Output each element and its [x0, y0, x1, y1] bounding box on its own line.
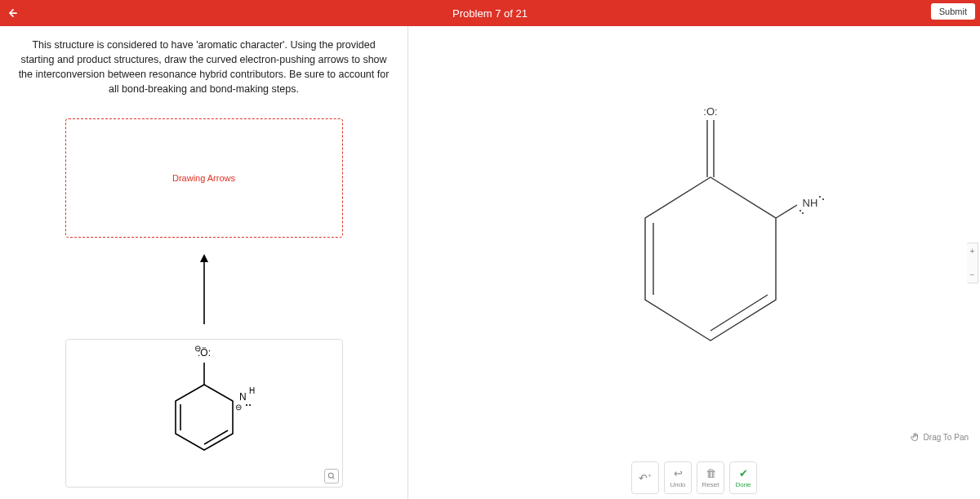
hand-icon	[911, 432, 920, 442]
svg-point-20	[822, 198, 824, 200]
svg-point-18	[802, 212, 804, 214]
trash-icon: 🗑	[706, 467, 716, 479]
question-text: This structure is considered to have 'ar…	[16, 38, 391, 97]
nh-label-right: NH	[803, 197, 818, 209]
svg-point-17	[800, 210, 801, 212]
h-label: H	[249, 386, 255, 395]
done-button[interactable]: ✔ Done	[729, 461, 757, 494]
submit-button[interactable]: Submit	[931, 3, 975, 20]
product-structure-card[interactable]: :Ö: ⊖ N H ⊖	[65, 339, 343, 488]
drawing-arrows-dropzone[interactable]: Drawing Arrows	[65, 118, 343, 238]
zoom-out-button[interactable]: −	[970, 270, 975, 279]
svg-marker-1	[200, 254, 208, 262]
svg-line-13	[710, 295, 768, 331]
drawing-box-label: Drawing Arrows	[172, 173, 235, 183]
n-label: N	[239, 391, 247, 403]
oxygen-label-right: :O:	[703, 105, 717, 118]
magnify-icon	[327, 472, 336, 480]
problem-counter: Problem 7 of 21	[452, 7, 528, 20]
svg-point-7	[245, 404, 247, 406]
canvas-toolbar: ↶+ ↩ Undo 🗑 Reset ✔ Done	[631, 461, 757, 494]
main-area: This structure is considered to have 'ar…	[0, 26, 980, 499]
svg-point-19	[819, 196, 821, 198]
svg-point-9	[328, 473, 333, 478]
check-circle-icon: ✔	[739, 467, 748, 479]
undo-button[interactable]: ↩ Undo	[664, 461, 692, 494]
drag-to-pan-hint: Drag To Pan	[911, 432, 969, 442]
molecule-right-svg: :O: NH	[612, 104, 849, 398]
resonance-double-arrow-icon	[199, 254, 209, 324]
svg-line-10	[332, 477, 334, 479]
svg-line-5	[204, 430, 228, 444]
oxygen-charge: ⊖	[194, 344, 201, 353]
reset-button[interactable]: 🗑 Reset	[697, 461, 724, 494]
app-header: Problem 7 of 21 Submit	[0, 0, 980, 26]
back-button[interactable]	[0, 0, 26, 26]
molecule-left-svg: :Ö: ⊖ N H ⊖	[131, 340, 278, 487]
step-back-icon: ↶+	[639, 472, 651, 484]
zoom-in-button[interactable]: +	[970, 247, 975, 256]
zoom-control[interactable]: + −	[967, 243, 978, 283]
drawing-canvas[interactable]: :O: NH ↶+ ↩ Undo 🗑 Reset ✔ D	[408, 26, 980, 499]
n-charge: ⊖	[235, 403, 242, 412]
step-back-button[interactable]: ↶+	[631, 461, 659, 494]
structure-zoom-button[interactable]	[324, 469, 339, 483]
svg-marker-3	[176, 385, 233, 450]
arrow-left-icon	[7, 7, 19, 19]
undo-icon: ↩	[674, 467, 683, 479]
question-panel: This structure is considered to have 'ar…	[0, 26, 408, 499]
svg-point-8	[248, 404, 250, 406]
svg-line-16	[776, 205, 797, 218]
svg-marker-11	[645, 177, 776, 341]
